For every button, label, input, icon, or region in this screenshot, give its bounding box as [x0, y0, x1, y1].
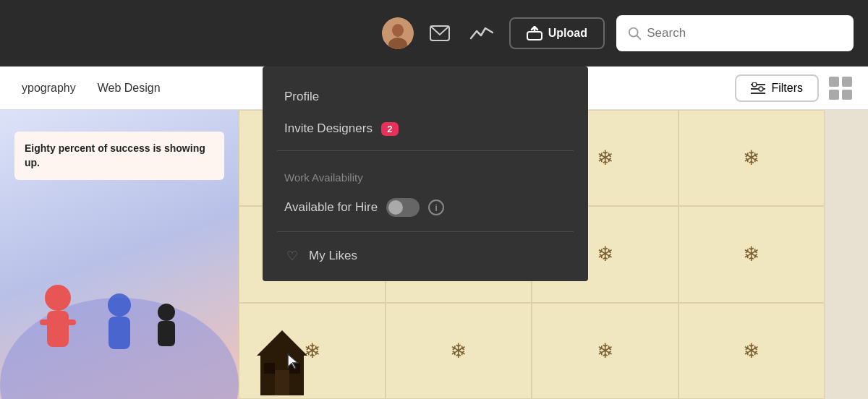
snowflake-cell: ❄: [678, 303, 825, 399]
svg-point-10: [752, 82, 757, 87]
tab-typography[interactable]: ypography: [22, 79, 76, 98]
analytics-icon: [470, 25, 493, 41]
tab-web-design[interactable]: Web Design: [98, 79, 161, 98]
snowflake-cell: ❄: [678, 110, 825, 206]
snowflake-cell: ❄: [532, 303, 678, 399]
analytics-button[interactable]: [466, 21, 498, 46]
upload-label: Upload: [548, 27, 587, 40]
svg-rect-29: [289, 363, 300, 374]
filters-icon: [751, 82, 765, 94]
available-for-hire-toggle[interactable]: [386, 198, 420, 217]
avatar[interactable]: [382, 17, 414, 49]
top-navigation: Upload: [0, 0, 868, 66]
svg-rect-22: [109, 317, 130, 349]
svg-rect-12: [829, 77, 839, 87]
avatar-svg: [382, 17, 414, 49]
profile-menu-item[interactable]: Profile: [263, 81, 588, 113]
search-input[interactable]: [647, 26, 842, 40]
available-for-hire-item[interactable]: Available for Hire i: [263, 189, 588, 226]
toggle-knob: [388, 200, 403, 215]
svg-line-6: [637, 35, 640, 39]
message-icon: [430, 25, 450, 41]
svg-point-11: [759, 87, 763, 91]
svg-rect-18: [47, 311, 69, 347]
svg-rect-19: [40, 319, 54, 325]
svg-point-21: [108, 293, 131, 317]
work-availability-header: Work Availability: [263, 157, 588, 189]
svg-point-23: [158, 304, 175, 321]
messages-button[interactable]: [425, 21, 454, 46]
right-controls: Filters: [735, 66, 854, 110]
upload-button[interactable]: Upload: [509, 17, 605, 49]
invite-designers-menu-item[interactable]: Invite Designers 2: [263, 113, 588, 145]
svg-rect-20: [61, 319, 76, 325]
work-availability-label: Work Availability: [284, 171, 363, 184]
available-for-hire-label: Available for Hire: [284, 200, 378, 215]
menu-divider-2: [277, 231, 574, 232]
search-icon: [628, 26, 641, 40]
svg-marker-25: [257, 330, 307, 356]
svg-rect-28: [264, 363, 275, 374]
svg-point-17: [45, 285, 71, 311]
grid-toggle[interactable]: [827, 75, 854, 101]
info-icon[interactable]: i: [428, 200, 444, 215]
illustration-svg: [0, 226, 239, 399]
grid-icon: [827, 75, 854, 101]
filters-button[interactable]: Filters: [735, 74, 819, 102]
svg-point-1: [392, 24, 404, 37]
svg-rect-4: [527, 32, 542, 40]
profile-label: Profile: [284, 90, 319, 104]
svg-rect-14: [829, 90, 839, 100]
snowflake-cell: ❄: [678, 206, 825, 302]
svg-rect-27: [275, 370, 289, 395]
card-partial: [825, 110, 868, 399]
svg-rect-15: [842, 90, 852, 100]
filters-label: Filters: [771, 82, 803, 95]
my-likes-label: My Likes: [309, 249, 357, 263]
house-icon: [253, 327, 311, 399]
svg-rect-24: [158, 321, 175, 346]
card-illustration-inner: Eighty percent of success is showing up.: [0, 110, 239, 399]
quote-text: Eighty percent of success is showing up.: [14, 132, 224, 180]
menu-divider-1: [277, 150, 574, 151]
svg-rect-13: [842, 77, 852, 87]
snowflake-cell: ❄: [386, 303, 532, 399]
card-illustration: Eighty percent of success is showing up.: [0, 110, 239, 399]
invite-designers-label: Invite Designers: [284, 121, 373, 136]
invite-badge: 2: [381, 122, 399, 136]
my-likes-menu-item[interactable]: ♡ My Likes: [263, 238, 588, 274]
upload-icon: [527, 26, 542, 40]
dropdown-menu: Profile Invite Designers 2 Work Availabi…: [263, 66, 588, 281]
search-box[interactable]: [616, 15, 854, 51]
avatar-image: [382, 17, 414, 49]
heart-icon: ♡: [284, 248, 300, 264]
